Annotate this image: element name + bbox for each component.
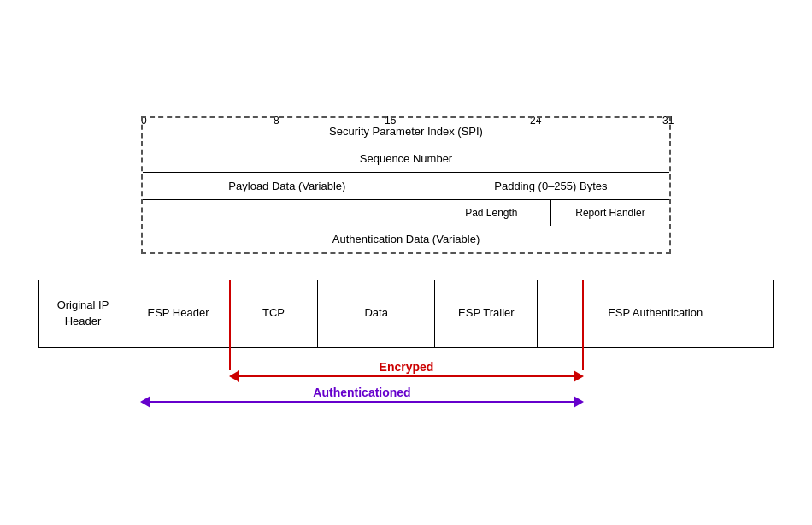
auth-arrowhead-left	[140, 396, 150, 408]
main-diagram: 0 8 15 24 31 Security Parameter Index (S…	[38, 106, 774, 420]
pad-report-row: Pad Length Report Handler	[143, 200, 669, 226]
orig-ip-cell: Original IP Header	[39, 280, 127, 347]
pad-length-cell: Pad Length	[432, 200, 551, 226]
encrypted-right-tick	[582, 280, 584, 370]
esp-detail-box: Security Parameter Index (SPI) Sequence …	[141, 116, 671, 254]
encrypted-arrowhead-right	[574, 370, 584, 382]
esp-header-cell: ESP Header	[127, 280, 230, 347]
payload-padding-row: Payload Data (Variable) Padding (0–255) …	[143, 173, 669, 200]
auth-arrow: Authenticationed	[140, 396, 584, 408]
tcp-cell: TCP	[230, 280, 318, 347]
encrypted-line: Encryped	[239, 375, 574, 377]
padding-cell: Padding (0–255) Bytes	[432, 173, 669, 199]
arrows-area: Encryped Authenticationed	[38, 351, 774, 420]
payload-cell: Payload Data (Variable)	[143, 173, 432, 199]
data-cell: Data	[318, 280, 435, 347]
esp-trailer-cell: ESP Trailer	[435, 280, 538, 347]
packet-row: Original IP Header ESP Header TCP Data E…	[38, 280, 774, 348]
seq-row: Sequence Number	[143, 145, 669, 173]
report-handler-cell: Report Handler	[551, 200, 669, 226]
auth-line: Authenticationed	[150, 401, 574, 403]
spi-row: Security Parameter Index (SPI)	[143, 118, 669, 145]
encrypted-arrow: Encryped	[229, 370, 584, 382]
encrypted-left-tick	[229, 280, 231, 370]
esp-auth-cell: ESP Authentication	[538, 280, 773, 347]
auth-data-row: Authentication Data (Variable)	[143, 226, 669, 252]
encrypted-arrowhead-left	[229, 370, 239, 382]
auth-arrowhead-right	[574, 396, 584, 408]
